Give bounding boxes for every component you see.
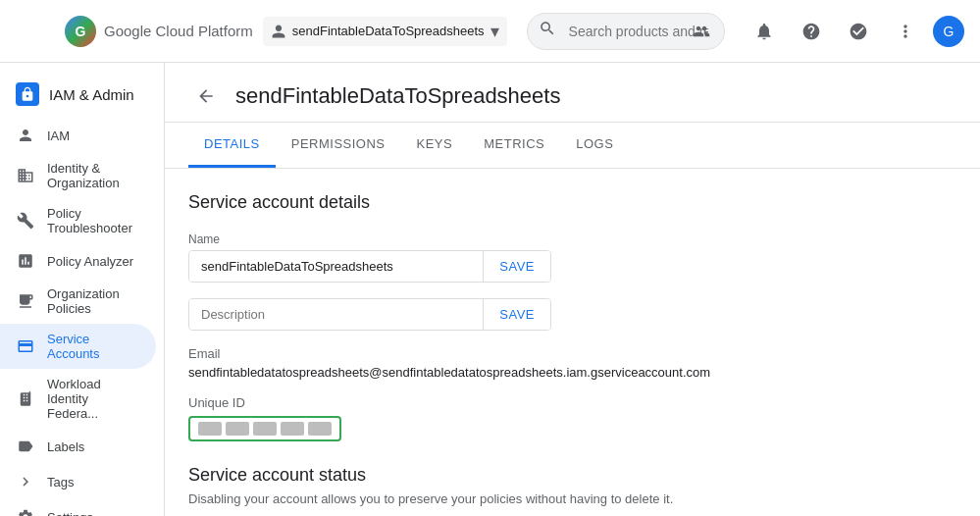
name-field-row: SAVE: [188, 250, 551, 283]
gcp-logo-icon: G: [65, 16, 96, 47]
sidebar-header: IAM & Admin: [0, 71, 164, 118]
identity-org-icon: [16, 166, 35, 185]
content-area: Service account details Name SAVE SAVE E…: [165, 169, 980, 516]
tab-permissions[interactable]: PERMISSIONS: [276, 123, 401, 168]
sidebar-item-iam[interactable]: IAM: [0, 118, 156, 153]
topbar: G Google Cloud Platform sendFintableData…: [0, 0, 980, 63]
sidebar-item-policy-analyzer[interactable]: Policy Analyzer: [0, 243, 156, 279]
sidebar-title: IAM & Admin: [49, 86, 134, 103]
workload-identity-icon: [16, 389, 35, 409]
tab-details[interactable]: DETAILS: [188, 123, 276, 168]
uid-block-3: [253, 422, 277, 436]
labels-icon: [16, 437, 35, 456]
sidebar-item-org-policies[interactable]: Organization Policies: [0, 279, 156, 324]
tabs-bar: DETAILS PERMISSIONS KEYS METRICS LOGS: [165, 123, 980, 169]
service-accounts-icon: [16, 336, 35, 356]
policy-analyzer-icon: [16, 251, 35, 271]
email-label: Email: [188, 346, 956, 361]
tab-logs[interactable]: LOGS: [560, 123, 629, 168]
sidebar-item-label: Labels: [47, 439, 84, 454]
sidebar-item-policy-troubleshooter[interactable]: Policy Troubleshooter: [0, 198, 156, 243]
unique-id-section: Unique ID: [188, 395, 956, 441]
uid-block-2: [226, 422, 249, 436]
sidebar-item-label: Service Accounts: [47, 332, 140, 361]
name-label: Name: [188, 232, 956, 246]
notifications-button[interactable]: [745, 12, 784, 51]
avatar[interactable]: G: [933, 16, 964, 47]
status-section: Service account status Disabling your ac…: [188, 465, 956, 516]
org-policies-icon: [16, 291, 35, 311]
sidebar-item-labels[interactable]: Labels: [0, 429, 156, 464]
sidebar-item-settings[interactable]: Settings: [0, 499, 156, 516]
search-icon: [539, 20, 556, 42]
sidebar-item-label: IAM: [47, 129, 70, 143]
sidebar-item-workload-identity[interactable]: Workload Identity Federa...: [0, 369, 156, 429]
topbar-right: G: [745, 12, 964, 51]
page-title: sendFintableDataToSpreadsheets: [235, 83, 560, 109]
description-input[interactable]: [189, 299, 483, 330]
gcp-logo: G Google Cloud Platform: [65, 16, 253, 47]
email-value: sendfintabledatatospreadsheets@sendfinta…: [188, 365, 956, 380]
search-expand-button[interactable]: [682, 12, 721, 51]
sidebar-item-label: Tags: [47, 475, 74, 490]
sidebar-item-label: Organization Policies: [47, 286, 140, 316]
menu-button[interactable]: [16, 12, 55, 51]
sidebar-item-label: Policy Analyzer: [47, 254, 133, 269]
page-header: sendFintableDataToSpreadsheets: [165, 63, 980, 123]
name-save-button[interactable]: SAVE: [483, 251, 550, 282]
uid-block-1: [198, 422, 222, 436]
search-area: [527, 13, 725, 50]
main-content: sendFintableDataToSpreadsheets DETAILS P…: [165, 63, 980, 516]
project-selector[interactable]: sendFintableDataToSpreadsheets ▾: [263, 17, 507, 46]
description-field-group: SAVE: [188, 298, 956, 331]
layout: IAM & Admin IAM Identity & Organization …: [0, 63, 980, 516]
status-title: Service account status: [188, 465, 956, 486]
more-options-button[interactable]: [886, 12, 925, 51]
topbar-left: G Google Cloud Platform sendFintableData…: [16, 12, 507, 51]
desc-save-button[interactable]: SAVE: [483, 299, 550, 330]
gcp-logo-text: Google Cloud Platform: [104, 23, 253, 39]
desc-field-row: SAVE: [188, 298, 551, 331]
unique-id-label: Unique ID: [188, 395, 956, 410]
status-desc: Disabling your account allows you to pre…: [188, 491, 956, 506]
sidebar-item-label: Workload Identity Federa...: [47, 377, 140, 421]
name-input[interactable]: [189, 251, 483, 282]
sidebar-item-identity-org[interactable]: Identity & Organization: [0, 153, 156, 198]
uid-block-5: [308, 422, 332, 436]
sidebar: IAM & Admin IAM Identity & Organization …: [0, 63, 165, 516]
sidebar-item-service-accounts[interactable]: Service Accounts: [0, 324, 156, 369]
email-section: Email sendfintabledatatospreadsheets@sen…: [188, 346, 956, 380]
tags-icon: [16, 472, 35, 491]
project-dropdown-icon: ▾: [490, 21, 499, 42]
sidebar-item-label: Policy Troubleshooter: [47, 206, 140, 235]
policy-troubleshooter-icon: [16, 211, 35, 231]
tab-metrics[interactable]: METRICS: [468, 123, 560, 168]
sidebar-header-icon: [16, 82, 39, 106]
help-button[interactable]: [792, 12, 831, 51]
unique-id-box: [188, 416, 341, 441]
sidebar-item-tags[interactable]: Tags: [0, 464, 156, 499]
name-field-group: Name SAVE: [188, 232, 956, 283]
sidebar-item-label: Identity & Organization: [47, 161, 140, 190]
tab-keys[interactable]: KEYS: [401, 123, 469, 168]
service-account-details-title: Service account details: [188, 192, 956, 213]
project-icon: [271, 24, 286, 39]
uid-block-4: [281, 422, 304, 436]
project-name: sendFintableDataToSpreadsheets: [292, 24, 485, 38]
user-info-button[interactable]: [839, 12, 878, 51]
back-button[interactable]: [188, 78, 224, 114]
settings-icon: [16, 507, 35, 516]
iam-icon: [16, 126, 35, 145]
sidebar-item-label: Settings: [47, 510, 93, 517]
